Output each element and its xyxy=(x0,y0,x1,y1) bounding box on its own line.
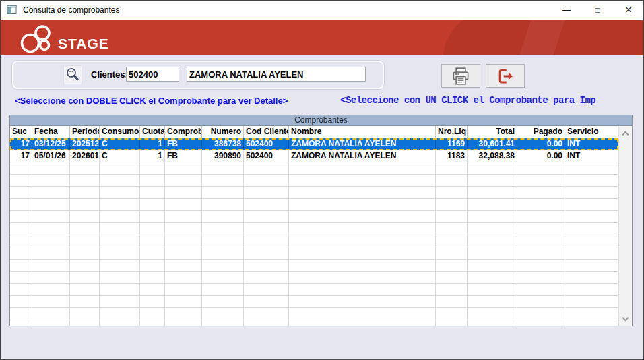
table-cell[interactable]: 202512 xyxy=(70,138,100,150)
column-header-pagado[interactable]: Pagado xyxy=(517,126,565,138)
table-cell-empty xyxy=(32,284,70,296)
table-cell[interactable]: 502400 xyxy=(244,138,289,150)
table-cell-empty xyxy=(32,272,70,284)
maximize-button[interactable]: □ xyxy=(582,0,613,20)
search-button[interactable] xyxy=(63,65,82,84)
column-header-consumo[interactable]: Consumo xyxy=(100,126,140,138)
column-header-servicio[interactable]: Servicio xyxy=(565,126,618,138)
table-cell-empty xyxy=(436,260,468,272)
table-cell-empty xyxy=(165,211,202,223)
table-cell[interactable]: 0.00 xyxy=(517,150,565,162)
table-cell[interactable]: 32,088.38 xyxy=(468,150,517,162)
table-cell-empty xyxy=(289,247,436,260)
table-cell[interactable]: INT xyxy=(565,138,618,150)
table-cell-empty xyxy=(100,320,140,326)
column-header-nombre[interactable]: Nombre xyxy=(289,126,436,138)
table-row[interactable]: 1703/12/25202512C1FB386738502400ZAMORA N… xyxy=(10,138,618,150)
table-cell-empty xyxy=(565,223,618,235)
grid-caption: Comprobantes xyxy=(10,115,632,126)
table-cell-empty xyxy=(565,284,618,296)
table-cell[interactable]: ZAMORA NATALIA AYELEN xyxy=(289,138,436,150)
table-cell-empty xyxy=(517,235,565,247)
table-cell-empty xyxy=(32,296,70,308)
table-cell[interactable]: INT xyxy=(565,150,618,162)
table-cell[interactable]: 390890 xyxy=(202,150,244,162)
table-cell-empty xyxy=(70,272,100,284)
table-cell-empty xyxy=(436,211,468,223)
table-cell-empty xyxy=(244,284,289,296)
column-header-suc[interactable]: Suc xyxy=(10,126,32,138)
vertical-scrollbar[interactable] xyxy=(618,127,632,326)
table-cell[interactable]: ZAMORA NATALIA AYELEN xyxy=(289,150,436,162)
table-cell-empty xyxy=(565,296,618,308)
table-cell-empty xyxy=(100,199,140,211)
table-row-empty xyxy=(10,247,618,260)
table-cell[interactable]: 1183 xyxy=(436,150,468,162)
column-header-total[interactable]: Total xyxy=(468,126,517,138)
table-cell[interactable]: 05/01/26 xyxy=(32,150,70,162)
logo-circles-icon xyxy=(18,24,57,55)
column-header-fecha[interactable]: Fecha xyxy=(32,126,70,138)
column-header-periodo[interactable]: Periodo xyxy=(70,126,100,138)
table-cell-empty xyxy=(165,187,202,199)
table-cell[interactable]: 30,601.41 xyxy=(468,138,517,150)
table-cell[interactable]: FB xyxy=(165,150,202,162)
table-cell-empty xyxy=(140,284,165,296)
table-cell-empty xyxy=(244,296,289,308)
table-cell[interactable]: 1 xyxy=(140,150,165,162)
close-button[interactable]: × xyxy=(613,0,644,20)
table-cell[interactable]: 502400 xyxy=(244,150,289,162)
table-cell-empty xyxy=(436,235,468,247)
table-cell-empty xyxy=(140,260,165,272)
table-cell-empty xyxy=(289,320,436,326)
table-cell-empty xyxy=(202,235,244,247)
table-cell[interactable]: FB xyxy=(165,138,202,150)
table-cell-empty xyxy=(289,187,436,199)
table-cell-empty xyxy=(202,175,244,187)
exit-button[interactable] xyxy=(486,64,525,88)
app-window-icon xyxy=(7,5,18,16)
table-cell-empty xyxy=(244,175,289,187)
table-cell[interactable]: 17 xyxy=(10,138,32,150)
table-cell-empty xyxy=(70,199,100,211)
table-cell[interactable]: C xyxy=(100,138,140,150)
grid-body: 1703/12/25202512C1FB386738502400ZAMORA N… xyxy=(10,138,618,326)
table-cell[interactable]: 202601 xyxy=(70,150,100,162)
scroll-up-icon[interactable] xyxy=(622,131,629,138)
column-header-cuota[interactable]: Cuota xyxy=(140,126,165,138)
minimize-button[interactable]: — xyxy=(551,0,582,20)
table-cell[interactable]: 386738 xyxy=(202,138,244,150)
table-cell-empty xyxy=(244,308,289,320)
table-cell-empty xyxy=(517,223,565,235)
table-cell-empty xyxy=(244,247,289,260)
table-cell[interactable]: 1169 xyxy=(436,138,468,150)
table-cell[interactable]: 0.00 xyxy=(517,138,565,150)
table-cell-empty xyxy=(140,247,165,260)
table-cell[interactable]: 03/12/25 xyxy=(32,138,70,150)
table-cell-empty xyxy=(202,223,244,235)
table-cell-empty xyxy=(100,308,140,320)
table-cell[interactable]: 1 xyxy=(140,138,165,150)
table-cell[interactable]: 17 xyxy=(10,150,32,162)
table-cell-empty xyxy=(436,199,468,211)
brand-banner: STAGE xyxy=(0,20,644,55)
table-cell-empty xyxy=(289,296,436,308)
table-cell-empty xyxy=(140,296,165,308)
table-row[interactable]: 1705/01/26202601C1FB390890502400ZAMORA N… xyxy=(10,150,618,162)
table-cell-empty xyxy=(10,296,32,308)
scroll-down-icon[interactable] xyxy=(622,315,629,322)
exit-icon xyxy=(495,67,515,86)
client-code-input[interactable] xyxy=(126,67,179,82)
column-header-comprob[interactable]: Comprob xyxy=(165,126,202,138)
print-button[interactable] xyxy=(441,64,480,88)
client-name-input[interactable] xyxy=(187,67,366,82)
column-header-cod-cliente[interactable]: Cod Cliente xyxy=(244,126,289,138)
column-header-nro-liq[interactable]: Nro.Liq xyxy=(436,126,468,138)
table-row-empty xyxy=(10,162,618,175)
table-cell[interactable]: C xyxy=(100,150,140,162)
table-cell-empty xyxy=(70,211,100,223)
table-cell-empty xyxy=(10,187,32,199)
table-cell-empty xyxy=(100,235,140,247)
column-header-numero[interactable]: Numero xyxy=(202,126,244,138)
title-bar: Consulta de comprobantes — □ × xyxy=(0,0,644,20)
